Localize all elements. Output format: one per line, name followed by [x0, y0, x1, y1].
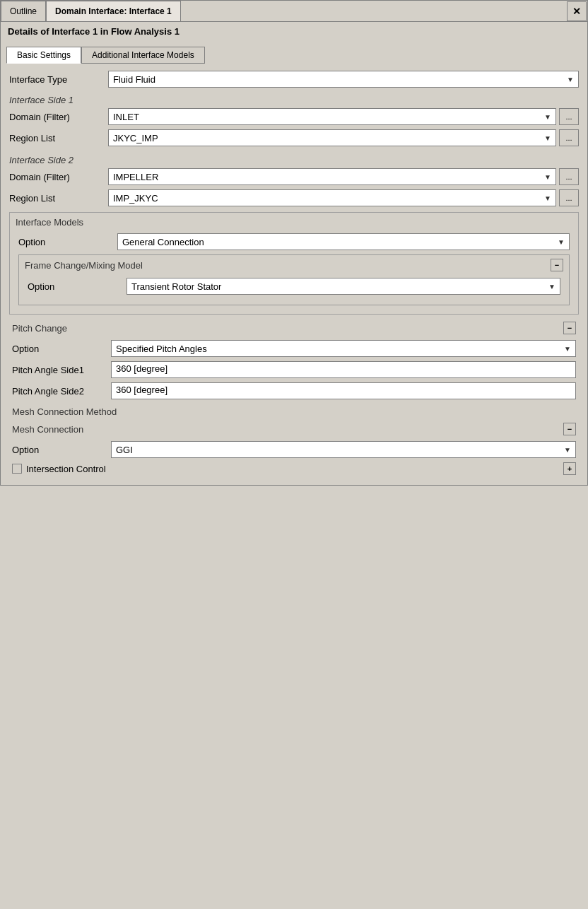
- main-tab-bar: Basic Settings Additional Interface Mode…: [6, 47, 582, 64]
- mesh-connection-option-control: GGI ▼: [111, 441, 576, 458]
- pitch-angle-side2-label: Pitch Angle Side2: [12, 386, 111, 397]
- mesh-connection-content: Option GGI ▼ Intersection Control +: [9, 441, 579, 475]
- side2-domain-row: Domain (Filter) IMPELLER ▼ ...: [6, 168, 582, 185]
- interface-models-option-row: Option General Connection ▼: [16, 233, 572, 250]
- pitch-change-title: Pitch Change: [12, 323, 67, 334]
- interface-type-label: Interface Type: [9, 74, 108, 85]
- side1-domain-dropdown[interactable]: INLET ▼: [108, 108, 556, 125]
- side2-domain-arrow: ▼: [544, 173, 551, 181]
- pitch-change-option-dropdown[interactable]: Specified Pitch Angles ▼: [111, 340, 576, 357]
- tab-outline[interactable]: Outline: [1, 1, 46, 21]
- side1-domain-arrow: ▼: [544, 113, 551, 121]
- pitch-change-collapse-button[interactable]: −: [563, 322, 576, 334]
- side2-domain-label: Domain (Filter): [9, 172, 108, 182]
- side1-domain-row: Domain (Filter) INLET ▼ ...: [6, 108, 582, 125]
- interface-models-option-arrow: ▼: [558, 238, 565, 246]
- interface-models-option-control: General Connection ▼: [117, 233, 570, 250]
- interface-type-row: Interface Type Fluid Fluid ▼: [6, 71, 582, 88]
- side2-region-label: Region List: [9, 193, 108, 204]
- main-window: Outline Domain Interface: Interface 1 ✕ …: [0, 0, 588, 486]
- pitch-angle-side2-input[interactable]: 360 [degree]: [111, 382, 576, 399]
- pitch-change-option-row: Option Specified Pitch Angles ▼: [9, 340, 579, 357]
- interface-models-group: Interface Models Option General Connecti…: [9, 212, 579, 315]
- frame-change-section: Frame Change/Mixing Model − Option Trans…: [18, 254, 570, 305]
- tab-domain-interface[interactable]: Domain Interface: Interface 1: [46, 1, 181, 21]
- tab-additional-interface-models[interactable]: Additional Interface Models: [81, 47, 205, 64]
- mesh-connection-option-arrow: ▼: [564, 446, 571, 454]
- pitch-change-header: Pitch Change −: [9, 319, 579, 337]
- side1-region-row: Region List JKYC_IMP ▼ ...: [6, 129, 582, 146]
- pitch-angle-side1-row: Pitch Angle Side1 360 [degree]: [9, 361, 579, 378]
- pitch-angle-side2-row: Pitch Angle Side2 360 [degree]: [9, 382, 579, 399]
- interface-side-1-label: Interface Side 1: [6, 92, 582, 108]
- side2-region-ellipsis[interactable]: ...: [559, 189, 579, 206]
- interface-models-option-dropdown[interactable]: General Connection ▼: [117, 233, 570, 250]
- intersection-control-expand-button[interactable]: +: [563, 462, 576, 475]
- side1-region-label: Region List: [9, 133, 108, 143]
- side2-region-control: IMP_JKYC ▼ ...: [108, 189, 579, 206]
- side1-region-dropdown[interactable]: JKYC_IMP ▼: [108, 129, 556, 146]
- pitch-change-option-control: Specified Pitch Angles ▼: [111, 340, 576, 357]
- side2-domain-ellipsis[interactable]: ...: [559, 168, 579, 185]
- mesh-connection-method-section: Mesh Connection Method Mesh Connection −…: [9, 404, 579, 475]
- frame-change-header: Frame Change/Mixing Model −: [19, 255, 569, 275]
- mesh-connection-collapse-button[interactable]: −: [563, 423, 576, 435]
- title-bar: Outline Domain Interface: Interface 1 ✕: [1, 1, 587, 22]
- side1-region-control: JKYC_IMP ▼ ...: [108, 129, 579, 146]
- interface-side-1-section: Interface Side 1 Domain (Filter) INLET ▼…: [6, 92, 582, 146]
- pitch-change-option-arrow: ▼: [564, 345, 571, 353]
- frame-change-collapse-button[interactable]: −: [551, 259, 563, 271]
- pitch-angle-side1-input[interactable]: 360 [degree]: [111, 361, 576, 378]
- mesh-connection-option-label: Option: [12, 445, 111, 455]
- side2-region-row: Region List IMP_JKYC ▼ ...: [6, 189, 582, 206]
- interface-type-dropdown-arrow: ▼: [567, 76, 574, 83]
- side1-domain-control: INLET ▼ ...: [108, 108, 579, 125]
- pitch-angle-side1-control: 360 [degree]: [111, 361, 576, 378]
- side1-domain-label: Domain (Filter): [9, 112, 108, 122]
- interface-models-group-label: Interface Models: [16, 216, 572, 229]
- side2-region-arrow: ▼: [544, 194, 551, 202]
- close-button[interactable]: ✕: [567, 1, 587, 21]
- content-area: Basic Settings Additional Interface Mode…: [1, 41, 587, 485]
- frame-change-option-label: Option: [28, 281, 127, 292]
- pitch-change-content: Option Specified Pitch Angles ▼ Pitch An…: [9, 340, 579, 399]
- side1-domain-ellipsis[interactable]: ...: [559, 108, 579, 125]
- mesh-connection-option-row: Option GGI ▼: [9, 441, 579, 458]
- frame-change-option-dropdown[interactable]: Transient Rotor Stator ▼: [127, 278, 560, 295]
- intersection-control-label: Intersection Control: [26, 464, 106, 474]
- interface-side-2-section: Interface Side 2 Domain (Filter) IMPELLE…: [6, 152, 582, 206]
- side2-domain-control: IMPELLER ▼ ...: [108, 168, 579, 185]
- frame-change-content: Option Transient Rotor Stator ▼: [19, 275, 569, 305]
- pitch-change-option-label: Option: [12, 344, 111, 354]
- pitch-angle-side1-label: Pitch Angle Side1: [12, 365, 111, 375]
- frame-change-title: Frame Change/Mixing Model: [25, 260, 143, 271]
- side1-region-arrow: ▼: [544, 134, 551, 142]
- pitch-change-section: Pitch Change − Option Specified Pitch An…: [9, 319, 579, 399]
- side2-region-dropdown[interactable]: IMP_JKYC ▼: [108, 189, 556, 206]
- interface-side-2-label: Interface Side 2: [6, 152, 582, 168]
- interface-models-option-label: Option: [18, 237, 117, 247]
- frame-change-option-control: Transient Rotor Stator ▼: [127, 278, 560, 295]
- frame-change-option-row: Option Transient Rotor Stator ▼: [25, 278, 563, 295]
- frame-change-option-arrow: ▼: [548, 283, 555, 291]
- interface-type-dropdown[interactable]: Fluid Fluid ▼: [108, 71, 579, 88]
- side2-domain-dropdown[interactable]: IMPELLER ▼: [108, 168, 556, 185]
- mesh-connection-title: Mesh Connection: [12, 424, 83, 435]
- pitch-angle-side2-control: 360 [degree]: [111, 382, 576, 399]
- mesh-connection-header: Mesh Connection −: [9, 420, 579, 438]
- tab-basic-settings[interactable]: Basic Settings: [6, 47, 81, 64]
- details-header: Details of Interface 1 in Flow Analysis …: [1, 22, 587, 41]
- mesh-connection-method-label: Mesh Connection Method: [9, 404, 579, 420]
- mesh-connection-option-dropdown[interactable]: GGI ▼: [111, 441, 576, 458]
- interface-type-control: Fluid Fluid ▼: [108, 71, 579, 88]
- intersection-control-checkbox[interactable]: [12, 464, 22, 474]
- intersection-control-row: Intersection Control +: [9, 462, 579, 475]
- side1-region-ellipsis[interactable]: ...: [559, 129, 579, 146]
